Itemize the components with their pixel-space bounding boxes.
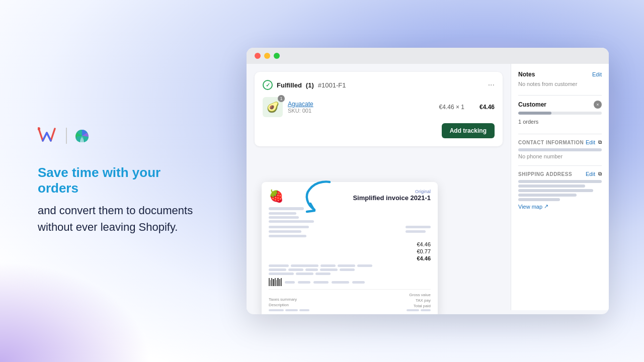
- fulfilled-check-icon: ✓: [263, 80, 273, 90]
- view-map-link[interactable]: View map ↗: [518, 203, 602, 210]
- fulfilled-status: Fulfilled: [277, 81, 302, 89]
- no-phone-text: No phone number: [518, 153, 602, 159]
- notes-title: Notes: [518, 71, 535, 78]
- dot-yellow: [264, 53, 270, 59]
- contact-section: CONTACT INFORMATION Edit ⧉ No phone numb…: [518, 139, 602, 159]
- customer-orders-count: 1 orders: [518, 119, 538, 125]
- order-area: ✓ Fulfilled (1) #1001-F1 ··· 🥑: [247, 64, 511, 310]
- no-notes-text: No notes from customer: [518, 81, 602, 87]
- logo-row: [38, 127, 194, 145]
- invoice-logo: 🍓: [269, 189, 284, 203]
- browser-content: ✓ Fulfilled (1) #1001-F1 ··· 🥑: [247, 64, 609, 310]
- browser-window: ✓ Fulfilled (1) #1001-F1 ··· 🥑: [247, 48, 609, 314]
- sidebar-panel: Notes Edit No notes from customer Custom…: [511, 64, 609, 310]
- invoice-title-area: Original Simplified invoice 2021-1: [353, 189, 431, 202]
- invoice-header-row: 🍓 Original Simplified invoice 2021-1: [269, 189, 431, 203]
- product-total: €4.46: [479, 104, 495, 111]
- invoice-footer-left: Taxes summary Description: [269, 297, 309, 311]
- add-tracking-row: Add tracking: [263, 123, 495, 138]
- view-map-text: View map: [518, 204, 542, 210]
- invoice-table-row-2: [269, 268, 431, 271]
- headline: Save time with your orders: [38, 165, 194, 196]
- invoice-table-row-1: [269, 264, 431, 267]
- invoice-barcode-row: [269, 278, 431, 286]
- product-price: €4.46 × 1: [439, 104, 464, 111]
- shipping-edit-link[interactable]: Edit: [586, 171, 595, 177]
- check-mark: ✓: [266, 82, 270, 88]
- customer-progress-bar: [518, 112, 602, 115]
- external-link-icon: ↗: [544, 203, 548, 210]
- shipping-header: SHIPPING ADDRESS Edit ⧉: [518, 171, 602, 177]
- customer-section: Customer × 1 orders: [518, 101, 602, 126]
- tax-pay-label: TAX pay: [407, 298, 431, 303]
- product-info: Aguacate SKU: 001: [288, 101, 434, 114]
- product-row: 🥑 1 Aguacate SKU: 001 €4.46 × 1 €4.46: [263, 97, 495, 117]
- order-dots-menu[interactable]: ···: [488, 80, 495, 89]
- left-panel: Save time with your orders and convert t…: [0, 127, 231, 235]
- fulfilled-card: ✓ Fulfilled (1) #1001-F1 ··· 🥑: [255, 72, 503, 146]
- browser-titlebar: [247, 48, 609, 64]
- invoice-amount-2: €0.77: [269, 248, 431, 254]
- add-tracking-button[interactable]: Add tracking: [442, 123, 495, 138]
- invoice-address-lines: [269, 207, 431, 223]
- leaf-logo: [73, 127, 91, 145]
- footer-skel-right: [407, 309, 431, 311]
- invoice-right-lines: [406, 226, 431, 237]
- notes-edit-link[interactable]: Edit: [592, 71, 602, 77]
- contact-actions: Edit ⧉: [586, 139, 602, 145]
- invoice-title: Simplified invoice 2021-1: [353, 194, 431, 202]
- contact-title: CONTACT INFORMATION: [518, 140, 584, 145]
- shipping-copy-icon[interactable]: ⧉: [598, 171, 602, 177]
- total-paid-label: Total paid: [407, 304, 431, 308]
- product-sku: SKU: 001: [288, 108, 434, 114]
- product-image-wrapper: 🥑 1: [263, 97, 283, 117]
- invoice-amount-3: €4.46: [269, 255, 431, 261]
- gross-value-label: Gross value: [407, 293, 431, 297]
- dot-red: [255, 53, 261, 59]
- contact-copy-icon[interactable]: ⧉: [598, 139, 602, 145]
- leaf-logo-svg: [73, 127, 91, 145]
- invoice-document: 🍓 Original Simplified invoice 2021-1: [262, 182, 438, 314]
- invoice-table-row-3: [269, 273, 431, 275]
- product-quantity-badge: 1: [278, 95, 285, 102]
- invoice-original-label: Original: [353, 189, 431, 194]
- w-logo-svg: [38, 127, 60, 145]
- customer-close-button[interactable]: ×: [594, 101, 602, 109]
- shipping-actions: Edit ⧉: [586, 171, 602, 177]
- customer-title: Customer: [518, 101, 546, 108]
- product-name[interactable]: Aguacate: [288, 101, 434, 108]
- notes-divider: [518, 95, 602, 96]
- invoice-amounts: €4.46 €0.77 €4.46: [269, 241, 431, 261]
- invoice-barcode: [269, 278, 282, 286]
- arrow-overlay: [297, 174, 340, 219]
- fulfilled-header: ✓ Fulfilled (1) #1001-F1 ···: [263, 80, 495, 90]
- shipping-section: SHIPPING ADDRESS Edit ⧉ View map: [518, 171, 602, 210]
- arrow-icon: [297, 174, 340, 217]
- fulfilled-left: ✓ Fulfilled (1) #1001-F1: [263, 80, 346, 90]
- taxes-summary-label: Taxes summary: [269, 297, 309, 302]
- customer-section-header: Customer ×: [518, 101, 602, 109]
- notes-section-header: Notes Edit: [518, 71, 602, 78]
- shipping-title: SHIPPING ADDRESS: [518, 171, 572, 177]
- logo-divider: [66, 128, 67, 144]
- description-label: Description: [269, 303, 309, 307]
- invoice-footer: Taxes summary Description Gross value: [269, 289, 431, 311]
- right-panel: ✓ Fulfilled (1) #1001-F1 ··· 🥑: [231, 48, 644, 314]
- dot-green: [274, 53, 280, 59]
- contact-header: CONTACT INFORMATION Edit ⧉: [518, 139, 602, 145]
- w-logo: [38, 127, 60, 145]
- customer-progress-fill: [518, 112, 551, 115]
- invoice-left-lines: [269, 226, 309, 237]
- footer-skel-left: [269, 309, 309, 311]
- fulfilled-count: (1): [306, 81, 314, 89]
- page-content: Save time with your orders and convert t…: [0, 0, 644, 362]
- contact-divider: [518, 165, 602, 166]
- notes-section: Notes Edit No notes from customer: [518, 71, 602, 87]
- invoice-footer-right: Gross value TAX pay Total paid: [407, 293, 431, 311]
- invoice-middle: [269, 226, 431, 237]
- subtext: and convert them to documents without ev…: [38, 202, 194, 235]
- customer-divider: [518, 134, 602, 134]
- contact-edit-link[interactable]: Edit: [586, 139, 595, 145]
- invoice-table-lines: [269, 264, 431, 275]
- invoice-amount-1: €4.46: [269, 241, 431, 247]
